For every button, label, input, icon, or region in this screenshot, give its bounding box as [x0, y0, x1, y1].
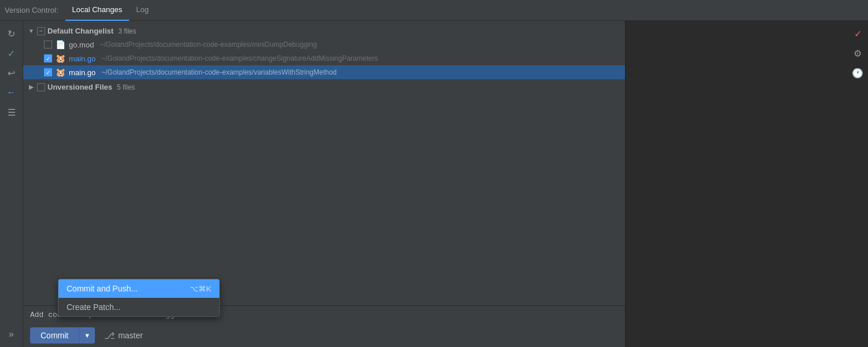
file-tree: ▼ − Default Changelist 3 files 📄 go.mod …	[23, 21, 625, 305]
commit-toolbar-row: Commit and Push... ⌥⌘K Create Patch... C…	[23, 324, 625, 347]
dropdown-item-create-patch-label: Create Patch...	[67, 302, 120, 312]
tree-item-main-go-1[interactable]: ✓ 🐹 main.go ~/GolandProjects/documentati…	[23, 51, 625, 65]
update-icon[interactable]: ←	[3, 84, 20, 101]
tree-item-go-mod[interactable]: 📄 go.mod ~/GolandProjects/documentation-…	[23, 38, 625, 51]
tree-group-header-unversioned[interactable]: ▶ Unversioned Files 5 files	[23, 80, 625, 94]
commit-dropdown-arrow[interactable]: ▼	[79, 327, 95, 344]
sidebar-bottom-commit-icon[interactable]: ✓	[849, 25, 866, 42]
more-icon[interactable]: »	[3, 326, 20, 342]
default-changelist-name: Default Changelist	[47, 27, 113, 35]
default-changelist-count: 3 files	[118, 27, 136, 35]
file-tree-area: ▼ − Default Changelist 3 files 📄 go.mod …	[23, 21, 625, 347]
tab-local-changes[interactable]: Local Changes	[65, 0, 130, 21]
check-icon[interactable]: ✓	[3, 45, 20, 61]
refresh-icon[interactable]: ↻	[3, 25, 20, 42]
dropdown-item-create-patch[interactable]: Create Patch...	[58, 298, 219, 316]
file-icon-main-go-1: 🐹	[56, 54, 65, 63]
file-icon-go-mod: 📄	[56, 40, 65, 49]
expand-arrow-unversioned: ▶	[28, 84, 35, 91]
checkbox-unversioned[interactable]	[37, 83, 45, 91]
commit-dropdown-menu: Commit and Push... ⌥⌘K Create Patch...	[58, 279, 220, 317]
header: Version Control: Local Changes Log	[0, 0, 868, 21]
sidebar-settings-icon[interactable]: ⚙	[849, 45, 866, 61]
comment-icon[interactable]: ☰	[3, 104, 20, 120]
dropdown-item-commit-push[interactable]: Commit and Push... ⌥⌘K	[58, 279, 219, 298]
tree-group-unversioned: ▶ Unversioned Files 5 files	[23, 80, 625, 94]
commit-area: Add code examples for the debugger Commi…	[23, 305, 625, 347]
filename-main-go-1: main.go	[69, 54, 95, 63]
tree-group-default-changelist: ▼ − Default Changelist 3 files 📄 go.mod …	[23, 24, 625, 79]
revert-icon[interactable]: ↩	[3, 65, 20, 81]
filepath-main-go-1: ~/GolandProjects/documentation-code-exam…	[101, 54, 378, 62]
filename-main-go-2: main.go	[69, 68, 95, 77]
unversioned-name: Unversioned Files	[47, 83, 112, 91]
commit-button-group: Commit ▼	[30, 327, 95, 344]
branch-name: master	[118, 331, 143, 340]
tab-log[interactable]: Log	[129, 0, 156, 21]
tree-item-main-go-2[interactable]: ✓ 🐹 main.go ~/GolandProjects/documentati…	[23, 65, 625, 79]
version-control-label: Version Control:	[5, 6, 58, 14]
expand-arrow-default: ▼	[28, 28, 35, 35]
checkbox-default-changelist[interactable]: −	[37, 27, 45, 35]
filepath-go-mod: ~/GolandProjects/documentation-code-exam…	[100, 40, 317, 49]
branch-info: ⎇ master	[104, 330, 143, 341]
commit-button[interactable]: Commit	[30, 327, 79, 344]
filepath-main-go-2: ~/GolandProjects/documentation-code-exam…	[101, 68, 337, 76]
filename-go-mod: go.mod	[69, 40, 94, 49]
branch-icon: ⎇	[104, 330, 115, 341]
dropdown-item-commit-push-label: Commit and Push...	[67, 284, 138, 293]
sidebar-history-icon[interactable]: 🕐	[849, 65, 866, 81]
right-panel-diff: ✓ ⚙ 🕐	[625, 21, 868, 347]
tree-group-header-default-changelist[interactable]: ▼ − Default Changelist 3 files	[23, 24, 625, 38]
dropdown-item-commit-push-shortcut: ⌥⌘K	[190, 285, 211, 293]
main-area: ↻ ✓ ↩ ← ☰ » ▼ − Default Changelist 3 fil…	[0, 21, 868, 347]
checkbox-main-go-2[interactable]: ✓	[44, 68, 52, 76]
checkbox-main-go-1[interactable]: ✓	[44, 54, 52, 62]
unversioned-count: 5 files	[117, 83, 135, 91]
sidebar: ↻ ✓ ↩ ← ☰ »	[0, 21, 23, 347]
file-icon-main-go-2: 🐹	[56, 68, 65, 77]
checkbox-go-mod[interactable]	[44, 40, 52, 49]
